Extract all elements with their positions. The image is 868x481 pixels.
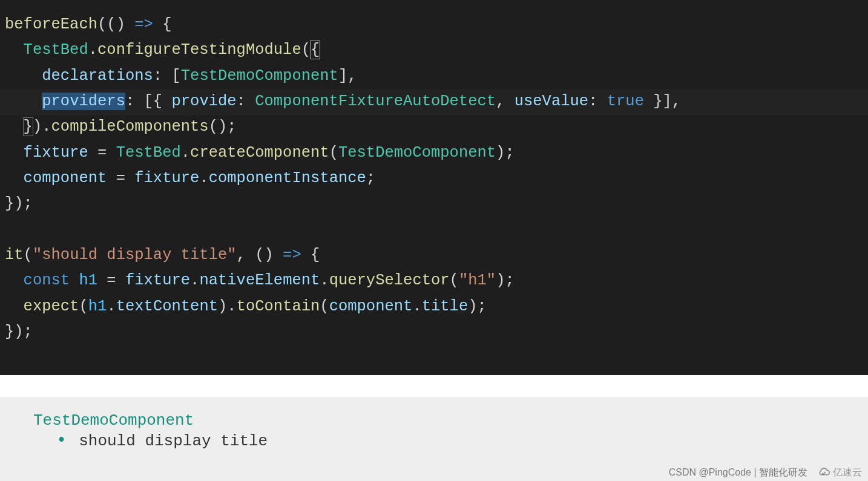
watermark-yisu: 亿速云 — [817, 466, 862, 479]
code-block: beforeEach(() => { TestBed.configureTest… — [5, 12, 863, 345]
test-item-label: should display title — [79, 432, 268, 450]
watermark-yisu-text: 亿速云 — [833, 466, 862, 479]
test-results-panel: TestDemoComponent should display title C… — [0, 397, 868, 481]
test-suite-name: TestDemoComponent — [33, 411, 835, 430]
watermark-csdn: CSDN @PingCode | 智能化研发 — [669, 466, 807, 479]
code-editor[interactable]: beforeEach(() => { TestBed.configureTest… — [0, 0, 868, 375]
test-list: should display title — [56, 431, 835, 451]
cloud-icon — [817, 466, 830, 479]
test-item: should display title — [56, 431, 835, 451]
